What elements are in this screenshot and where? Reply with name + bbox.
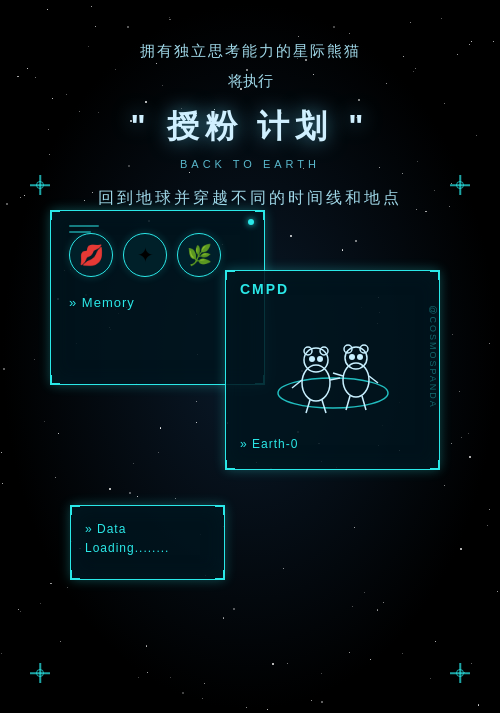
svg-point-12 xyxy=(345,347,367,369)
watermark-text: @COSMOSPANDA xyxy=(427,305,437,408)
line-1 xyxy=(69,225,99,227)
crosshair-ring-tl xyxy=(36,181,44,189)
svg-line-17 xyxy=(333,373,343,376)
page-content: 拥有独立思考能力的星际熊猫 将执行 " 授粉 计划 " BACK TO EART… xyxy=(0,0,500,713)
cmpd-corner-bl xyxy=(225,460,235,470)
crosshair-bottom-right xyxy=(450,663,470,683)
cmpd-corner-tr xyxy=(430,270,440,280)
svg-point-16 xyxy=(357,354,363,360)
svg-line-10 xyxy=(322,400,326,413)
svg-line-20 xyxy=(362,396,366,410)
memory-icon-lips: 💋 xyxy=(69,233,113,277)
cmpd-earth-label: Earth-0 xyxy=(226,433,439,455)
action-text: 将执行 xyxy=(98,68,402,94)
description-text: 回到地球并穿越不同的时间线和地点 xyxy=(98,184,402,211)
cmpd-corner-br xyxy=(430,460,440,470)
data-corner-br xyxy=(215,570,225,580)
subtitle-text: 拥有独立思考能力的星际熊猫 xyxy=(98,38,402,64)
cmpd-card: CMPD xyxy=(225,270,440,470)
cmpd-image-area xyxy=(226,303,439,433)
crosshair-top-right xyxy=(450,175,470,195)
card-lines xyxy=(69,225,99,233)
crosshair-top-left xyxy=(30,175,50,195)
data-corner-tl xyxy=(70,505,80,515)
svg-point-2 xyxy=(304,348,328,372)
svg-point-0 xyxy=(278,378,388,408)
panda-illustration xyxy=(258,308,408,428)
svg-point-15 xyxy=(349,354,355,360)
corner-tr xyxy=(255,210,265,220)
main-title: " 授粉 计划 " xyxy=(98,99,402,153)
svg-point-6 xyxy=(317,356,323,362)
data-loading-card: DataLoading........ xyxy=(70,505,225,580)
corner-bl xyxy=(50,375,60,385)
crosshair-bottom-left xyxy=(30,663,50,683)
memory-icon-star: ✦ xyxy=(123,233,167,277)
crosshair-ring-br xyxy=(456,669,464,677)
top-text-area: 拥有独立思考能力的星际熊猫 将执行 " 授粉 计划 " BACK TO EART… xyxy=(98,38,402,211)
line-2 xyxy=(69,231,91,233)
data-corner-bl xyxy=(70,570,80,580)
cmpd-corner-tl xyxy=(225,270,235,280)
cards-area: 💋 ✦ 🌿 Memory CMPD xyxy=(50,210,450,590)
card-indicator-dot xyxy=(248,219,254,225)
svg-point-5 xyxy=(309,356,315,362)
data-corner-tr xyxy=(215,505,225,515)
corner-tl xyxy=(50,210,60,220)
memory-icon-leaf: 🌿 xyxy=(177,233,221,277)
crosshair-ring-bl xyxy=(36,669,44,677)
svg-point-1 xyxy=(302,365,330,401)
cmpd-title: CMPD xyxy=(226,271,439,303)
crosshair-ring-tr xyxy=(456,181,464,189)
main-title-english: BACK TO EARTH xyxy=(98,155,402,174)
data-loading-label: DataLoading........ xyxy=(71,506,224,572)
